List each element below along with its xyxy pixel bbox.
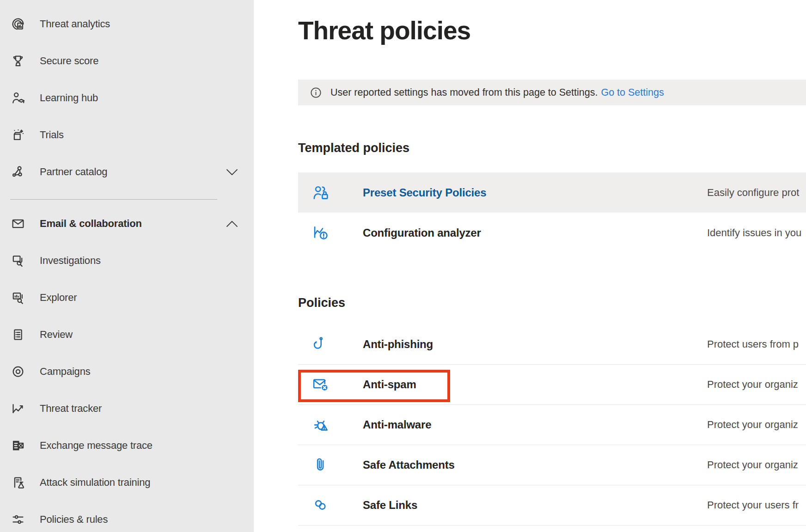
sidebar-item-threat-analytics[interactable]: Threat analytics <box>0 6 254 43</box>
investigations-icon <box>10 253 26 269</box>
safe-attachments-icon <box>311 455 330 475</box>
go-to-settings-link[interactable]: Go to Settings <box>601 87 664 98</box>
learning-hub-icon <box>10 90 26 106</box>
sidebar-item-label: Review <box>40 329 73 341</box>
info-banner: User reported settings has moved from th… <box>298 79 806 105</box>
templated-policies-heading: Templated policies <box>298 141 409 155</box>
secure-score-icon <box>10 53 26 69</box>
sidebar-item-label: Explorer <box>40 292 77 304</box>
sidebar-item-label: Policies & rules <box>40 514 108 526</box>
row-preset-security-policies[interactable]: Preset Security Policies Easily configur… <box>298 172 806 213</box>
policy-link-label[interactable]: Safe Attachments <box>363 459 455 471</box>
row-anti-phishing[interactable]: Anti-phishing Protect users from p <box>298 324 806 365</box>
policy-description: Easily configure prot <box>707 187 799 199</box>
sidebar-item-label: Partner catalog <box>40 166 107 178</box>
sidebar-divider <box>10 199 217 200</box>
sidebar-item-label: Trials <box>40 129 64 141</box>
chevron-up-icon[interactable] <box>226 220 238 227</box>
row-anti-spam[interactable]: Anti-spam Protect your organiz <box>298 365 806 405</box>
sidebar-item-label: Learning hub <box>40 92 98 104</box>
policy-link-label[interactable]: Anti-phishing <box>363 338 433 351</box>
row-safe-attachments[interactable]: Safe Attachments Protect your organiz <box>298 445 806 485</box>
configuration-analyzer-icon <box>311 223 330 243</box>
sidebar-item-learning-hub[interactable]: Learning hub <box>0 79 254 116</box>
policies-list: Anti-phishing Protect users from p Anti-… <box>298 324 806 526</box>
chevron-down-icon[interactable] <box>226 169 238 176</box>
left-navigation: Threat analytics Secure score Learning h… <box>0 0 254 532</box>
policy-link-label[interactable]: Safe Links <box>363 499 417 512</box>
page-title: Threat policies <box>298 16 470 45</box>
policy-link-label[interactable]: Anti-malware <box>363 418 431 431</box>
row-configuration-analyzer[interactable]: Configuration analyzer Identify issues i… <box>298 213 806 253</box>
policy-description: Protect your organiz <box>707 419 798 431</box>
sidebar-item-label: Exchange message trace <box>40 440 153 452</box>
policy-description: Identify issues in you <box>707 227 801 239</box>
policy-link-label[interactable]: Anti-spam <box>363 378 416 391</box>
sidebar-item-secure-score[interactable]: Secure score <box>0 43 254 79</box>
sidebar-item-label: Threat analytics <box>40 18 110 30</box>
email-collaboration-icon <box>10 216 26 232</box>
row-anti-malware[interactable]: Anti-malware Protect your organiz <box>298 405 806 445</box>
sidebar-item-partner-catalog[interactable]: Partner catalog <box>0 153 254 190</box>
main-content: Threat policies User reported settings h… <box>254 0 806 532</box>
anti-phishing-icon <box>311 335 330 354</box>
threat-tracker-icon <box>10 401 26 416</box>
exchange-message-trace-icon <box>10 438 26 453</box>
review-icon <box>10 327 26 342</box>
info-banner-text: User reported settings has moved from th… <box>330 87 598 98</box>
anti-malware-icon <box>311 415 330 434</box>
sidebar-item-label: Investigations <box>40 255 101 267</box>
sidebar-item-label: Email & collaboration <box>40 218 142 230</box>
threat-analytics-icon <box>10 16 26 32</box>
sidebar-item-explorer[interactable]: Explorer <box>0 279 254 316</box>
sidebar-item-campaigns[interactable]: Campaigns <box>0 353 254 390</box>
anti-spam-icon <box>311 375 330 394</box>
sidebar-item-exchange-message-trace[interactable]: Exchange message trace <box>0 427 254 464</box>
sidebar-item-attack-simulation-training[interactable]: Attack simulation training <box>0 464 254 501</box>
sidebar-item-label: Threat tracker <box>40 403 102 415</box>
attack-simulation-training-icon <box>10 475 26 490</box>
policy-description: Protect your organiz <box>707 459 798 471</box>
templated-policies-list: Preset Security Policies Easily configur… <box>298 172 806 253</box>
partner-catalog-icon <box>10 164 26 180</box>
sidebar-item-policies-rules[interactable]: Policies & rules <box>0 501 254 532</box>
sidebar-item-email-collaboration[interactable]: Email & collaboration <box>0 205 254 242</box>
row-safe-links[interactable]: Safe Links Protect your users fr <box>298 485 806 526</box>
sidebar-item-trials[interactable]: Trials <box>0 116 254 153</box>
info-icon <box>309 86 323 99</box>
sidebar-item-label: Secure score <box>40 55 98 67</box>
sidebar-item-label: Campaigns <box>40 366 90 378</box>
policies-rules-icon <box>10 512 26 527</box>
sidebar-item-threat-tracker[interactable]: Threat tracker <box>0 390 254 427</box>
policy-description: Protect users from p <box>707 338 799 350</box>
safe-links-icon <box>311 495 330 515</box>
policy-link-label[interactable]: Preset Security Policies <box>363 186 486 199</box>
trials-icon <box>10 127 26 143</box>
policies-heading: Policies <box>298 296 345 310</box>
campaigns-icon <box>10 364 26 379</box>
policy-link-label[interactable]: Configuration analyzer <box>363 226 481 239</box>
sidebar-item-review[interactable]: Review <box>0 316 254 353</box>
sidebar-item-investigations[interactable]: Investigations <box>0 242 254 279</box>
policy-description: Protect your users fr <box>707 499 799 511</box>
sidebar-item-label: Attack simulation training <box>40 477 150 489</box>
explorer-icon <box>10 290 26 306</box>
policy-description: Protect your organiz <box>707 379 798 391</box>
preset-security-policies-icon <box>311 183 330 202</box>
